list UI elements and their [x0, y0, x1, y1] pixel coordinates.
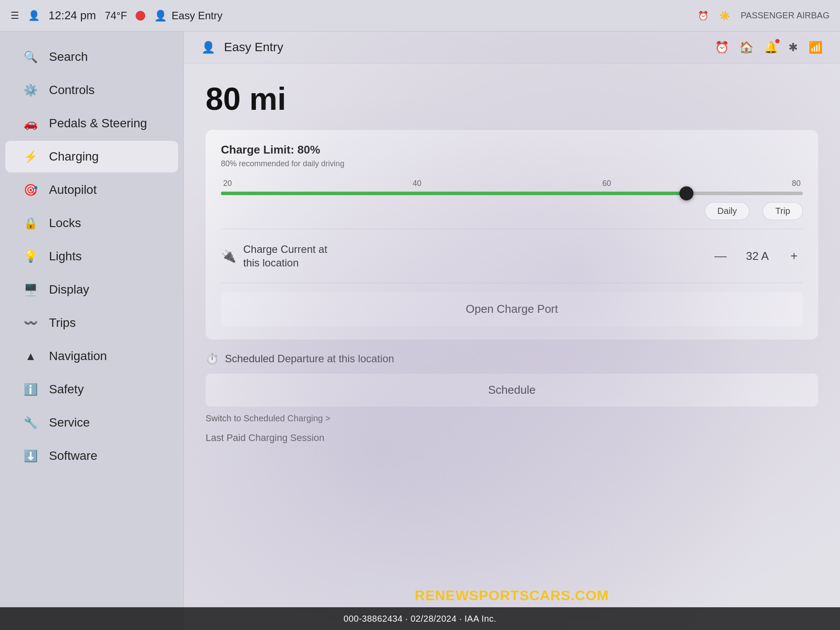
sidebar-label-service: Service [49, 416, 90, 430]
scheduled-section: ⏱️ Scheduled Departure at this location … [206, 353, 818, 444]
sidebar-label-display: Display [49, 283, 89, 297]
navigation-icon: ▲ [23, 350, 38, 363]
slider-label-60: 60 [602, 179, 611, 188]
sidebar-label-navigation: Navigation [49, 349, 107, 363]
open-charge-port-button[interactable]: Open Charge Port [221, 292, 803, 326]
profile-icon: 👤 [154, 10, 167, 22]
charge-card: Charge Limit: 80% 80% recommended for da… [206, 130, 818, 340]
safety-icon: ℹ️ [23, 383, 38, 396]
sidebar-label-safety: Safety [49, 382, 84, 396]
status-bar-right: ⏰ ☀️ PASSENGER AIRBAG [698, 10, 830, 21]
profile-label: Easy Entry [172, 10, 222, 22]
watermark-suffix: SPORTSCARS.COM [469, 588, 609, 603]
sidebar-label-locks: Locks [49, 216, 81, 230]
sidebar-item-pedals-steering[interactable]: 🚗 Pedals & Steering [5, 108, 178, 139]
bottom-bar: 000-38862434 · 02/28/2024 · IAA Inc. [0, 607, 840, 630]
sidebar-item-trips[interactable]: 〰️ Trips [5, 307, 178, 339]
sidebar-item-locks[interactable]: 🔒 Locks [5, 207, 178, 239]
sidebar-item-service[interactable]: 🔧 Service [5, 407, 178, 438]
lights-icon: 💡 [23, 250, 38, 263]
brightness-icon: ☀️ [719, 10, 730, 21]
charge-slider-track[interactable] [221, 192, 803, 195]
sidebar-item-autopilot[interactable]: 🎯 Autopilot [5, 174, 178, 206]
sidebar-item-display[interactable]: 🖥️ Display [5, 274, 178, 305]
sidebar-item-software[interactable]: ⬇️ Software [5, 440, 178, 472]
bluetooth-icon[interactable]: ✱ [788, 41, 798, 54]
switch-charging-link[interactable]: Switch to Scheduled Charging > [206, 413, 818, 424]
divider-1 [221, 229, 803, 229]
content-title: Easy Entry [224, 40, 706, 54]
daily-button[interactable]: Daily [705, 202, 749, 220]
content-body: 80 mi Charge Limit: 80% 80% recommended … [184, 63, 840, 474]
sidebar-label-charging: Charging [49, 150, 99, 164]
signal-icon[interactable]: 📶 [808, 41, 822, 54]
watermark-prefix: RENEW [415, 588, 469, 603]
software-icon: ⬇️ [23, 449, 38, 463]
notification-dot [775, 39, 780, 43]
schedule-button[interactable]: Schedule [206, 374, 818, 406]
hamburger-icon[interactable]: ☰ [10, 10, 19, 21]
passenger-airbag-label: PASSENGER AIRBAG [741, 10, 830, 21]
search-icon: 🔍 [23, 50, 38, 64]
sidebar-item-charging[interactable]: ⚡ Charging [5, 141, 178, 172]
status-bar-left: ☰ 👤 12:24 pm 74°F 👤 Easy Entry [10, 9, 222, 22]
trips-icon: 〰️ [23, 316, 38, 330]
increment-current-button[interactable]: + [785, 247, 803, 265]
bell-icon[interactable]: 🔔 [764, 41, 778, 54]
status-temperature: 74°F [105, 10, 127, 22]
profile-menu-icon[interactable]: 👤 [28, 10, 40, 21]
alarm-icon[interactable]: ⏰ [715, 41, 729, 54]
content-header: 👤 Easy Entry ⏰ 🏠 🔔 ✱ 📶 [184, 32, 840, 63]
sidebar-label-controls: Controls [49, 83, 94, 97]
scheduled-title: ⏱️ Scheduled Departure at this location [206, 353, 818, 365]
main-container: 🔍 Search ⚙️ Controls 🚗 Pedals & Steering… [0, 32, 840, 630]
sidebar-label-software: Software [49, 449, 98, 463]
locks-icon: 🔒 [23, 217, 38, 230]
header-profile-icon: 👤 [201, 41, 215, 54]
scheduled-title-text: Scheduled Departure at this location [225, 353, 394, 365]
slider-label-40: 40 [413, 179, 421, 188]
home-icon[interactable]: 🏠 [739, 41, 753, 54]
charge-current-row: 🔌 Charge Current atthis location — 32 A … [221, 238, 803, 274]
slider-label-20: 20 [223, 179, 232, 188]
sidebar-label-search: Search [49, 50, 88, 64]
charging-icon: ⚡ [23, 150, 38, 164]
sidebar-label-trips: Trips [49, 316, 76, 330]
slider-label-80: 80 [792, 179, 801, 188]
content-panel: 👤 Easy Entry ⏰ 🏠 🔔 ✱ 📶 80 mi Charge Limi… [184, 32, 840, 630]
decrement-current-button[interactable]: — [712, 247, 729, 265]
clock-icon: ⏰ [698, 10, 709, 21]
status-time: 12:24 pm [49, 9, 96, 22]
current-value: 32 A [740, 249, 775, 263]
charge-current-label: Charge Current atthis location [243, 242, 705, 270]
charge-slider-container: 20 40 60 80 Daily Trip [221, 179, 803, 220]
last-paid-session: Last Paid Charging Session [206, 432, 818, 444]
pedals-icon: 🚗 [23, 117, 38, 130]
watermark: RENEWSPORTSCARS.COM [415, 588, 609, 604]
sidebar-item-navigation[interactable]: ▲ Navigation [5, 340, 178, 372]
sidebar-label-pedals-steering: Pedals & Steering [49, 116, 147, 130]
sidebar-item-search[interactable]: 🔍 Search [5, 41, 178, 73]
autopilot-icon: 🎯 [23, 183, 38, 197]
bottom-bar-text: 000-38862434 · 02/28/2024 · IAA Inc. [343, 614, 496, 624]
slider-thumb[interactable] [679, 186, 693, 200]
divider-2 [221, 283, 803, 283]
header-icons: ⏰ 🏠 🔔 ✱ 📶 [715, 41, 822, 54]
status-profile[interactable]: 👤 Easy Entry [154, 10, 222, 22]
service-icon: 🔧 [23, 416, 38, 430]
scheduled-icon: ⏱️ [206, 353, 219, 365]
sidebar-label-lights: Lights [49, 249, 82, 263]
sidebar-item-controls[interactable]: ⚙️ Controls [5, 74, 178, 106]
slider-labels: 20 40 60 80 [221, 179, 803, 188]
sidebar-item-lights[interactable]: 💡 Lights [5, 241, 178, 272]
charge-limit-subtitle: 80% recommended for daily driving [221, 159, 803, 168]
display-icon: 🖥️ [23, 283, 38, 297]
current-control: — 32 A + [712, 247, 803, 265]
slider-buttons: Daily Trip [221, 202, 803, 220]
sidebar-item-safety[interactable]: ℹ️ Safety [5, 374, 178, 405]
plug-icon: 🔌 [221, 249, 236, 263]
trip-button[interactable]: Trip [763, 202, 803, 220]
record-indicator [136, 11, 145, 21]
slider-fill [221, 192, 686, 195]
status-bar: ☰ 👤 12:24 pm 74°F 👤 Easy Entry ⏰ ☀️ PASS… [0, 0, 840, 32]
